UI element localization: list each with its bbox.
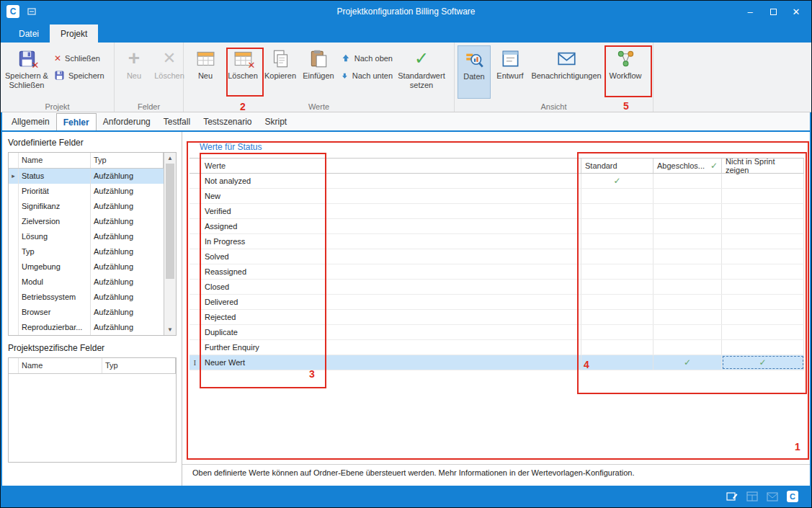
tab-fehler[interactable]: Fehler [56,113,97,130]
field-typ-cell[interactable]: Aufzählung [91,199,164,214]
felder-neu-button[interactable]: + Neu [117,45,151,99]
daten-button[interactable]: Daten [458,45,491,99]
einfuegen-button[interactable]: Einfügen [300,45,336,99]
sprint-check-cell[interactable] [722,174,804,188]
werte-row[interactable]: Closed [189,280,804,295]
kopieren-button[interactable]: Kopieren [262,45,299,99]
standard-check-cell[interactable] [581,264,653,279]
werte-neu-button[interactable]: Neu [187,45,224,99]
wert-cell[interactable]: Neuer Wert [201,355,581,370]
nach-unten-button[interactable]: Nach unten [338,68,396,82]
column-header-typ[interactable]: Typ [102,358,176,373]
standard-check-cell[interactable] [581,234,653,249]
werte-row[interactable]: Reassigned [189,264,804,280]
wert-cell[interactable]: Closed [201,280,581,294]
wert-cell[interactable]: Further Enquiry [201,340,581,355]
standard-check-cell[interactable] [581,219,653,233]
abgeschlossen-check-cell[interactable] [653,234,722,249]
tab-testszenario[interactable]: Testszenario [197,113,258,130]
abgeschlossen-check-cell[interactable] [653,264,722,279]
field-name-cell[interactable]: Browser [19,305,91,320]
abgeschlossen-check-cell[interactable] [653,280,722,294]
wert-cell[interactable]: Duplicate [201,325,581,339]
close-button[interactable]: ✕ Schließen [51,51,107,65]
predefined-field-row[interactable]: BetriebssystemAufzählung [9,290,164,305]
field-name-cell[interactable]: Priorität [19,184,91,199]
field-name-cell[interactable]: Zielversion [19,214,91,229]
sprint-check-cell[interactable] [722,280,804,294]
wert-cell[interactable]: New [201,189,581,203]
predefined-field-row[interactable]: ZielversionAufzählung [9,214,164,229]
scroll-up-arrow[interactable]: ▲ [167,155,173,161]
sprint-check-cell[interactable] [722,249,804,264]
predefined-field-row[interactable]: ModulAufzählung [9,275,164,290]
abgeschlossen-check-cell[interactable]: ✓ [653,355,722,370]
sprint-check-cell[interactable] [722,310,804,324]
predefined-field-row[interactable]: PrioritätAufzählung [9,184,164,199]
werte-row[interactable]: Verified [189,204,804,219]
abgeschlossen-check-cell[interactable] [653,174,722,188]
field-typ-cell[interactable]: Aufzählung [91,305,164,320]
wert-cell[interactable]: Rejected [201,310,581,324]
wert-cell[interactable]: Assigned [201,219,581,233]
field-name-cell[interactable]: Typ [19,244,91,259]
standard-check-cell[interactable] [581,280,653,294]
tab-projekt[interactable]: Projekt [50,24,98,43]
edit-grid-status-icon[interactable] [726,491,738,502]
benachrichtigungen-button[interactable]: Benachrichtigungen [530,45,603,99]
werte-row[interactable]: Duplicate [189,325,804,340]
field-typ-cell[interactable]: Aufzählung [91,275,164,290]
sprint-check-cell[interactable] [722,219,804,233]
field-name-cell[interactable]: Lösung [19,229,91,244]
app-logo-status-icon[interactable]: C [787,491,798,502]
predefined-field-row[interactable]: ▸StatusAufzählung [9,169,164,184]
tab-anforderung[interactable]: Anforderung [97,113,157,130]
standardwert-setzen-button[interactable]: ✓ Standardwert setzen [396,45,447,99]
sprint-check-cell[interactable] [722,325,804,339]
maximize-button[interactable] [764,4,782,19]
wert-cell[interactable]: Reassigned [201,264,581,279]
field-name-cell[interactable]: Status [19,169,91,184]
abgeschlossen-check-cell[interactable] [653,219,722,233]
werte-row[interactable]: Solved [189,249,804,264]
field-typ-cell[interactable]: Aufzählung [91,290,164,305]
werte-row[interactable]: New [189,189,804,204]
workflow-button[interactable]: Workflow [604,45,646,99]
wert-cell[interactable]: Not analyzed [201,174,581,188]
abgeschlossen-check-cell[interactable] [653,204,722,218]
wert-cell[interactable]: Solved [201,249,581,264]
standard-check-cell[interactable]: ✓ [581,174,653,188]
field-typ-cell[interactable]: Aufzählung [91,229,164,244]
sprint-check-cell[interactable] [722,340,804,355]
standard-check-cell[interactable] [581,189,653,203]
field-typ-cell[interactable]: Aufzählung [91,244,164,259]
field-typ-cell[interactable]: Aufzählung [91,214,164,229]
field-typ-cell[interactable]: Aufzählung [91,184,164,199]
sprint-check-cell[interactable] [722,295,804,309]
standard-check-cell[interactable] [581,340,653,355]
tab-allgemein[interactable]: Allgemein [5,113,56,130]
predefined-field-row[interactable]: TypAufzählung [9,244,164,259]
nach-oben-button[interactable]: Nach oben [338,51,396,65]
save-button[interactable]: Speichern [51,68,107,82]
standard-check-cell[interactable] [581,204,653,218]
field-name-cell[interactable]: Modul [19,275,91,290]
wert-cell[interactable]: Delivered [201,295,581,309]
felder-loeschen-button[interactable]: ✕ Löschen [152,45,187,99]
mail-status-icon[interactable] [767,492,778,502]
sprint-check-cell[interactable]: ✓ [722,355,804,370]
column-header-name[interactable]: Name [19,358,102,373]
field-name-cell[interactable]: Signifikanz [19,199,91,214]
sprint-check-cell[interactable] [722,204,804,218]
werte-row[interactable]: Delivered [189,295,804,310]
werte-row[interactable]: INeuer Wert✓✓ [189,355,804,370]
wert-cell[interactable]: In Progress [201,234,581,249]
field-name-cell[interactable]: Umgebung [19,259,91,275]
entwurf-button[interactable]: Entwurf [492,45,528,99]
werte-row[interactable]: In Progress [189,234,804,249]
tab-skript[interactable]: Skript [259,113,294,130]
close-window-button[interactable]: ✕ [787,4,806,19]
standard-check-cell[interactable] [581,310,653,324]
sprint-check-cell[interactable] [722,264,804,279]
abgeschlossen-check-cell[interactable] [653,295,722,309]
